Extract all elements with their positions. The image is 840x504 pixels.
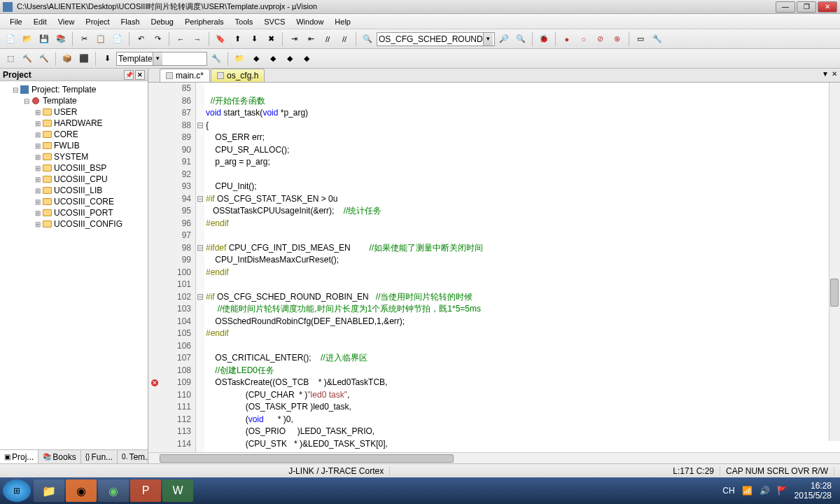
tree-folder[interactable]: ⊞SYSTEM xyxy=(1,151,146,162)
pack-install-button[interactable]: ◆ xyxy=(282,51,298,66)
bookmark-prev-button[interactable]: ⬆ xyxy=(230,31,245,47)
close-button[interactable]: ✕ xyxy=(818,1,837,13)
find-in-files-button[interactable]: 🔎 xyxy=(496,31,512,47)
translate-button[interactable]: ⬚ xyxy=(3,51,18,66)
save-button[interactable]: 💾 xyxy=(36,31,52,47)
find-combo[interactable]: OS_CFG_SCHED_ROUND ▼ xyxy=(377,32,495,46)
cut-button[interactable]: ✂ xyxy=(76,31,92,47)
undo-button[interactable]: ↶ xyxy=(133,31,148,47)
build-button[interactable]: 🔨 xyxy=(20,51,35,66)
menu-project[interactable]: Project xyxy=(80,16,115,27)
tab-dropdown-button[interactable]: ▼ xyxy=(822,70,829,78)
code-area[interactable]: ✕ 85868788899091929394959697989910010110… xyxy=(148,83,840,452)
bookmark-clear-button[interactable]: ✖ xyxy=(263,31,279,47)
minimize-button[interactable]: — xyxy=(776,1,795,13)
select-packs-button[interactable]: ◆ xyxy=(265,51,281,66)
task-word[interactable]: W xyxy=(162,479,193,502)
tab-books[interactable]: 📚 Books xyxy=(38,450,80,463)
tree-target[interactable]: ⊟ Template xyxy=(1,95,146,106)
outdent-button[interactable]: ⇤ xyxy=(303,31,318,47)
redo-button[interactable]: ↷ xyxy=(150,31,165,47)
tray-wifi-icon[interactable]: 📶 xyxy=(742,486,752,496)
tab-functions[interactable]: {} Fun... xyxy=(81,450,118,463)
manage-rte-button[interactable]: ◆ xyxy=(248,51,264,66)
debug-button[interactable]: 🐞 xyxy=(536,31,552,47)
tray-ime[interactable]: CH xyxy=(722,486,734,496)
menu-window[interactable]: Window xyxy=(290,16,329,27)
chevron-down-icon[interactable]: ▼ xyxy=(153,52,162,65)
code-content[interactable]: //开始任务函数void start_task(void *p_arg){ OS… xyxy=(204,83,840,452)
tray-clock[interactable]: 16:28 2015/5/28 xyxy=(794,481,832,501)
tray-volume-icon[interactable]: 🔊 xyxy=(760,486,770,496)
new-button[interactable]: 📄 xyxy=(3,31,18,47)
menu-debug[interactable]: Debug xyxy=(146,16,179,27)
download-button[interactable]: ⬇ xyxy=(99,51,115,66)
menu-view[interactable]: View xyxy=(52,16,80,27)
maximize-button[interactable]: ❐ xyxy=(797,1,816,13)
bookmark-next-button[interactable]: ⬇ xyxy=(246,31,262,47)
menu-peripherals[interactable]: Peripherals xyxy=(179,16,230,27)
tray-flag-icon[interactable]: 🚩 xyxy=(777,486,788,496)
tree-folder[interactable]: ⊞CORE xyxy=(1,129,146,140)
find-button[interactable]: 🔍 xyxy=(360,31,375,47)
project-tree[interactable]: ⊟ Project: Template ⊟ Template ⊞USER⊞HAR… xyxy=(0,81,148,449)
start-button[interactable]: ⊞ xyxy=(3,479,31,502)
manage-button[interactable]: 📁 xyxy=(232,51,247,66)
system-tray[interactable]: CH 📶 🔊 🚩 16:28 2015/5/28 xyxy=(722,481,837,501)
configure-button[interactable]: 🔧 xyxy=(650,31,665,47)
task-app1[interactable]: ◉ xyxy=(98,479,129,502)
open-button[interactable]: 📂 xyxy=(20,31,35,47)
tab-os-cfg-h[interactable]: os_cfg.h xyxy=(211,69,265,82)
options-button[interactable]: 🔧 xyxy=(209,51,224,66)
tree-folder[interactable]: ⊞UCOSIII_LIB xyxy=(1,185,146,196)
menu-file[interactable]: File xyxy=(4,16,28,27)
scrollbar-thumb[interactable] xyxy=(830,279,839,307)
nav-back-button[interactable]: ← xyxy=(173,31,188,47)
tree-folder[interactable]: ⊞UCOSIII_CONFIG xyxy=(1,218,146,230)
task-explorer[interactable]: 📁 xyxy=(34,479,64,502)
comment-button[interactable]: // xyxy=(320,31,335,47)
menu-flash[interactable]: Flash xyxy=(115,16,146,27)
incremental-find-button[interactable]: 🔍 xyxy=(513,31,528,47)
tree-folder[interactable]: ⊞UCOSIII_CORE xyxy=(1,196,146,207)
save-all-button[interactable]: 📚 xyxy=(53,31,69,47)
menu-tools[interactable]: Tools xyxy=(230,16,259,27)
tree-folder[interactable]: ⊞UCOSIII_BSP xyxy=(1,162,146,174)
indent-button[interactable]: ⇥ xyxy=(286,31,302,47)
breakpoint-disable-button[interactable]: ⊘ xyxy=(593,31,608,47)
uncomment-button[interactable]: // xyxy=(337,31,352,47)
tree-folder[interactable]: ⊞FWLIB xyxy=(1,140,146,151)
tree-folder[interactable]: ⊞UCOSIII_CPU xyxy=(1,174,146,185)
panel-close-button[interactable]: ✕ xyxy=(135,70,145,80)
breakpoint-button[interactable]: ● xyxy=(559,31,575,47)
bookmark-button[interactable]: 🔖 xyxy=(213,31,228,47)
rebuild-button[interactable]: 🔨 xyxy=(36,51,52,66)
window-button[interactable]: ▭ xyxy=(633,31,648,47)
nav-forward-button[interactable]: → xyxy=(190,31,205,47)
paste-button[interactable]: 📄 xyxy=(110,31,125,47)
vertical-scrollbar[interactable] xyxy=(829,83,840,441)
breakpoint-kill-button[interactable]: ⊗ xyxy=(610,31,625,47)
batch-build-button[interactable]: 📦 xyxy=(59,51,75,66)
menu-edit[interactable]: Edit xyxy=(28,16,52,27)
tab-close-button[interactable]: ✕ xyxy=(832,70,837,78)
stop-build-button[interactable]: ⬛ xyxy=(76,51,92,66)
panel-pin-button[interactable]: 📌 xyxy=(124,70,134,80)
target-select[interactable]: Template ▼ xyxy=(116,52,207,66)
tree-folder[interactable]: ⊞USER xyxy=(1,106,146,118)
task-powerpoint[interactable]: P xyxy=(130,479,161,502)
pack-runtime-button[interactable]: ◆ xyxy=(299,51,314,66)
tab-project[interactable]: ▣ Proj... xyxy=(0,450,38,463)
menu-help[interactable]: Help xyxy=(329,16,356,27)
copy-button[interactable]: 📋 xyxy=(93,31,108,47)
tree-folder[interactable]: ⊞HARDWARE xyxy=(1,118,146,129)
tree-folder[interactable]: ⊞UCOSIII_PORT xyxy=(1,207,146,218)
tree-root[interactable]: ⊟ Project: Template xyxy=(1,84,146,95)
breakpoint-enable-button[interactable]: ○ xyxy=(576,31,592,47)
tab-main-c[interactable]: main.c* xyxy=(160,69,210,82)
menu-svcs[interactable]: SVCS xyxy=(258,16,290,27)
chevron-down-icon[interactable]: ▼ xyxy=(483,33,493,46)
horizontal-scrollbar[interactable] xyxy=(148,452,840,463)
task-pdf[interactable]: ◉ xyxy=(66,479,97,502)
scrollbar-thumb[interactable] xyxy=(160,454,454,463)
